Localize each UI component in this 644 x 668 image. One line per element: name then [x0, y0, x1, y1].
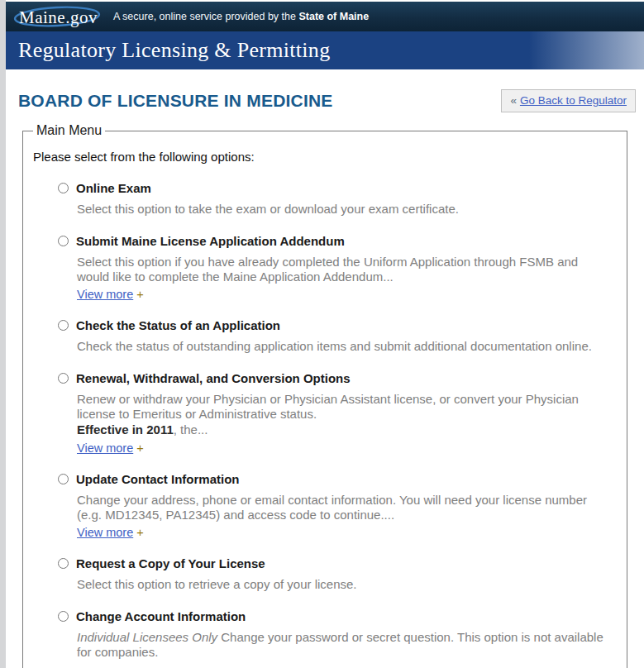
- view-more-row: View more+: [77, 288, 617, 301]
- secure-service-tagline: A secure, online service provided by the…: [113, 11, 369, 22]
- menu-option-change-account: Change Account Information Individual Li…: [58, 609, 617, 660]
- menu-option-renewal-options: Renewal, Withdrawal, and Conversion Opti…: [58, 371, 617, 455]
- service-banner-title: Regulatory Licensing & Permitting: [18, 38, 330, 63]
- option-label[interactable]: Update Contact Information: [76, 472, 240, 486]
- menu-option-check-status: Check the Status of an Application Check…: [58, 318, 617, 354]
- radio-check-status[interactable]: [58, 320, 69, 331]
- menu-option-submit-addendum: Submit Maine License Application Addendu…: [58, 234, 617, 301]
- option-note-bold: Effective in 2011: [77, 422, 174, 437]
- view-more-link[interactable]: View more: [77, 526, 133, 539]
- top-header-bar: Maine.gov A secure, online service provi…: [6, 2, 644, 31]
- plus-icon[interactable]: +: [136, 526, 143, 539]
- maine-gov-logo[interactable]: Maine.gov: [12, 3, 102, 30]
- menu-options-list: Online Exam Select this option to take t…: [58, 181, 617, 660]
- plus-icon[interactable]: +: [136, 441, 143, 455]
- option-italic-prefix: Individual Licensees Only: [77, 630, 217, 644]
- option-row: Request a Copy of Your License: [58, 556, 617, 570]
- option-row: Renewal, Withdrawal, and Conversion Opti…: [58, 371, 617, 385]
- main-menu-fieldset: Main Menu Please select from the followi…: [22, 123, 627, 668]
- radio-change-account[interactable]: [58, 611, 69, 622]
- menu-option-update-contact: Update Contact Information Change your a…: [58, 472, 617, 539]
- radio-online-exam[interactable]: [58, 183, 69, 193]
- option-description: Select this option to take the exam or d…: [77, 202, 613, 217]
- view-more-link[interactable]: View more: [77, 288, 133, 301]
- menu-option-online-exam: Online Exam Select this option to take t…: [58, 181, 617, 217]
- radio-submit-addendum[interactable]: [58, 236, 69, 246]
- service-banner: Regulatory Licensing & Permitting: [6, 31, 644, 69]
- main-menu-legend: Main Menu: [33, 123, 105, 138]
- option-row: Check the Status of an Application: [58, 318, 617, 332]
- view-more-link[interactable]: View more: [77, 441, 133, 455]
- plus-icon[interactable]: +: [136, 288, 143, 301]
- view-more-row: View more+: [77, 526, 617, 539]
- menu-intro-text: Please select from the following options…: [33, 150, 617, 164]
- tagline-state-of-maine: State of Maine: [298, 11, 369, 22]
- option-note-rest: , the...: [174, 422, 208, 437]
- go-back-link[interactable]: Go Back to Regulator: [520, 94, 627, 107]
- radio-request-copy[interactable]: [58, 558, 69, 569]
- option-label[interactable]: Submit Maine License Application Addendu…: [76, 234, 345, 248]
- option-description: Check the status of outstanding applicat…: [77, 339, 613, 354]
- maine-gov-logo-text: Maine.gov: [19, 7, 98, 28]
- option-note: Effective in 2011, the...: [77, 422, 617, 438]
- view-more-row: View more+: [77, 441, 617, 455]
- page-title: BOARD OF LICENSURE IN MEDICINE: [18, 89, 333, 111]
- option-row: Online Exam: [58, 181, 617, 195]
- option-label[interactable]: Renewal, Withdrawal, and Conversion Opti…: [76, 371, 351, 385]
- option-label[interactable]: Check the Status of an Application: [76, 318, 280, 332]
- radio-renewal-options[interactable]: [58, 373, 69, 384]
- page-left-border: [0, 0, 6, 668]
- option-description: Select this option to retrieve a copy of…: [77, 577, 613, 592]
- option-row: Update Contact Information: [58, 472, 617, 486]
- double-left-chevron-icon: «: [510, 94, 517, 107]
- option-label[interactable]: Online Exam: [76, 181, 151, 195]
- option-description: Change your address, phone or email cont…: [77, 493, 613, 522]
- page-heading-row: BOARD OF LICENSURE IN MEDICINE «Go Back …: [18, 89, 636, 112]
- option-label[interactable]: Request a Copy of Your License: [76, 556, 265, 570]
- option-description: Renew or withdraw your Physician or Phys…: [77, 392, 613, 422]
- option-description: Select this option if you have already c…: [77, 255, 613, 284]
- option-row: Change Account Information: [58, 609, 617, 623]
- option-label[interactable]: Change Account Information: [76, 609, 246, 623]
- option-description: Individual Licensees Only Change your pa…: [77, 630, 613, 660]
- go-back-button[interactable]: «Go Back to Regulator: [501, 89, 636, 112]
- radio-update-contact[interactable]: [58, 474, 69, 484]
- tagline-prefix: A secure, online service provided by the: [113, 11, 298, 22]
- option-row: Submit Maine License Application Addendu…: [58, 234, 617, 248]
- menu-option-request-copy: Request a Copy of Your License Select th…: [58, 556, 617, 592]
